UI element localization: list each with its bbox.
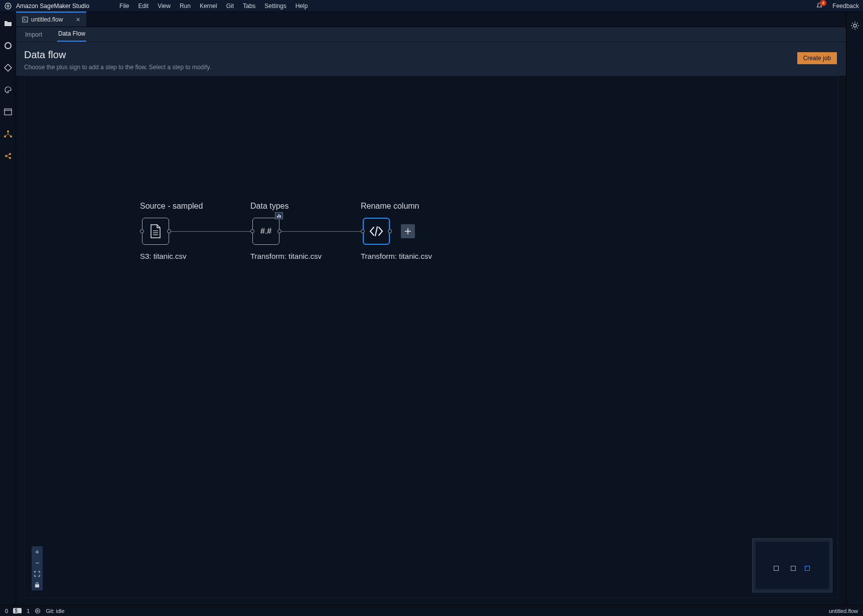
menubar: Amazon SageMaker Studio File Edit View R… bbox=[0, 0, 863, 12]
lock-button[interactable] bbox=[32, 579, 43, 590]
workflow-icon[interactable] bbox=[4, 129, 13, 138]
file-icon bbox=[149, 224, 162, 239]
main-menu: File Edit View Run Kernel Git Tabs Setti… bbox=[119, 3, 308, 10]
status-terminal-count: 1 bbox=[27, 608, 30, 614]
flow-node-source[interactable]: Source - sampled S3: titanic.csv bbox=[140, 202, 250, 260]
folder-icon[interactable] bbox=[4, 19, 13, 28]
right-rail bbox=[846, 12, 863, 605]
code-icon bbox=[369, 225, 384, 237]
node-box-data-types[interactable]: #.# bbox=[252, 218, 279, 245]
svg-point-22 bbox=[36, 608, 40, 613]
node-title: Data types bbox=[250, 202, 361, 211]
notifications-icon[interactable]: 4 bbox=[815, 2, 823, 10]
circle-icon[interactable] bbox=[4, 41, 13, 50]
file-tab-name: untitled.flow bbox=[31, 16, 63, 23]
flow-file-icon bbox=[22, 17, 28, 23]
statusbar: 0 $_ 1 Git: idle untitled.flow bbox=[0, 605, 863, 616]
terminal-icon[interactable]: $_ bbox=[13, 608, 22, 613]
minimap-node-selected bbox=[805, 566, 810, 571]
minimap[interactable] bbox=[752, 538, 832, 592]
flow-node-rename-column[interactable]: Rename column Transform: titanic.csv bbox=[361, 202, 432, 260]
tab-import[interactable]: Import bbox=[24, 28, 43, 42]
share-icon[interactable] bbox=[4, 151, 13, 161]
status-filename: untitled.flow bbox=[829, 608, 858, 614]
menu-file[interactable]: File bbox=[119, 3, 129, 10]
subtabs: Import Data Flow bbox=[16, 27, 846, 42]
flow-edge bbox=[171, 231, 250, 232]
port-out[interactable] bbox=[277, 229, 281, 233]
menu-kernel[interactable]: Kernel bbox=[200, 3, 217, 10]
port-in[interactable] bbox=[250, 229, 254, 233]
svg-point-7 bbox=[7, 130, 9, 132]
minimap-node bbox=[774, 566, 779, 571]
diamond-icon[interactable] bbox=[4, 63, 13, 72]
status-git[interactable]: Git: idle bbox=[46, 608, 64, 614]
node-box-source[interactable] bbox=[142, 218, 169, 245]
page-title: Data flow bbox=[24, 49, 838, 61]
status-left-num: 0 bbox=[5, 608, 8, 614]
flow-node-data-types[interactable]: Data types #.# Transform: titanic.csv bbox=[250, 202, 361, 260]
menu-view[interactable]: View bbox=[158, 3, 171, 10]
menu-settings[interactable]: Settings bbox=[264, 3, 286, 10]
status-kernel-icon[interactable] bbox=[35, 608, 41, 614]
svg-point-1 bbox=[7, 5, 9, 7]
svg-point-0 bbox=[5, 3, 11, 9]
zoom-controls: + − bbox=[32, 546, 43, 590]
node-title: Source - sampled bbox=[140, 202, 250, 211]
menu-help[interactable]: Help bbox=[296, 3, 308, 10]
node-title: Rename column bbox=[361, 202, 432, 211]
menu-run[interactable]: Run bbox=[180, 3, 191, 10]
svg-point-23 bbox=[37, 610, 39, 611]
create-job-button[interactable]: Create job bbox=[797, 52, 837, 64]
port-in[interactable] bbox=[140, 229, 144, 233]
port-out[interactable] bbox=[388, 229, 392, 233]
menu-tabs[interactable]: Tabs bbox=[243, 3, 255, 10]
svg-rect-15 bbox=[277, 216, 278, 218]
svg-rect-16 bbox=[278, 214, 279, 218]
tab-data-flow[interactable]: Data Flow bbox=[57, 27, 86, 42]
chart-badge-icon[interactable] bbox=[275, 212, 283, 219]
hash-icon: #.# bbox=[260, 227, 271, 236]
fit-screen-button[interactable] bbox=[32, 568, 43, 579]
port-in[interactable] bbox=[361, 229, 365, 233]
page-subtitle: Choose the plus sign to add a step to th… bbox=[24, 64, 838, 71]
left-rail bbox=[0, 12, 16, 605]
svg-point-21 bbox=[853, 24, 856, 27]
add-step-button[interactable] bbox=[401, 224, 415, 238]
svg-rect-17 bbox=[280, 215, 281, 218]
svg-rect-3 bbox=[5, 109, 12, 115]
expand-icon bbox=[34, 571, 40, 577]
svg-rect-20 bbox=[35, 584, 39, 587]
feedback-link[interactable]: Feedback bbox=[832, 3, 859, 10]
file-tab-untitled[interactable]: untitled.flow × bbox=[16, 12, 86, 27]
page-header: Data flow Choose the plus sign to add a … bbox=[16, 42, 846, 76]
node-box-rename[interactable] bbox=[363, 218, 390, 245]
app-logo-icon bbox=[4, 2, 12, 10]
panel-icon[interactable] bbox=[4, 107, 13, 116]
main-column: untitled.flow × Import Data Flow Data fl… bbox=[16, 12, 846, 605]
flow-canvas[interactable]: Source - sampled S3: titanic.csv Data ty… bbox=[24, 76, 838, 598]
close-icon[interactable]: × bbox=[76, 16, 80, 23]
node-subtitle: Transform: titanic.csv bbox=[250, 252, 361, 260]
minimap-node bbox=[791, 566, 796, 571]
svg-point-2 bbox=[5, 43, 11, 49]
svg-point-8 bbox=[5, 155, 7, 157]
lock-icon bbox=[35, 582, 40, 588]
file-tabbar: untitled.flow × bbox=[16, 12, 846, 27]
zoom-in-button[interactable]: + bbox=[32, 546, 43, 557]
node-subtitle: S3: titanic.csv bbox=[140, 252, 250, 260]
menu-git[interactable]: Git bbox=[226, 3, 234, 10]
node-subtitle: Transform: titanic.csv bbox=[361, 252, 432, 260]
flow-graph: Source - sampled S3: titanic.csv Data ty… bbox=[140, 202, 432, 260]
flow-edge bbox=[281, 231, 361, 232]
app-title: Amazon SageMaker Studio bbox=[16, 3, 89, 10]
port-out[interactable] bbox=[167, 229, 171, 233]
svg-point-9 bbox=[9, 153, 11, 155]
menu-edit[interactable]: Edit bbox=[138, 3, 149, 10]
zoom-out-button[interactable]: − bbox=[32, 557, 43, 568]
svg-point-10 bbox=[9, 157, 11, 159]
settings-gear-icon[interactable] bbox=[850, 21, 859, 30]
notifications-badge: 4 bbox=[820, 0, 826, 6]
palette-icon[interactable] bbox=[4, 85, 13, 94]
minimap-viewport bbox=[756, 542, 829, 589]
